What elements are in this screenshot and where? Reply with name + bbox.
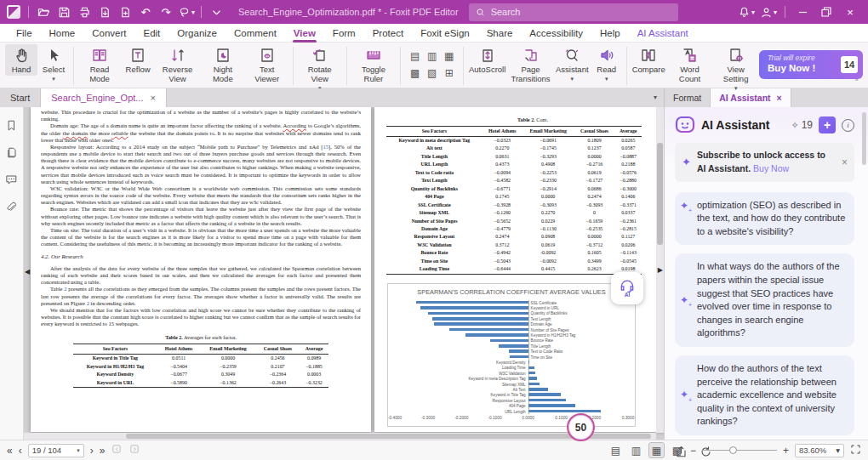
document-paragraph: Table 2. Cont. (383, 116, 664, 123)
view-setting-button[interactable]: View Setting ▾ (712, 44, 759, 92)
read-aloud-button[interactable]: Read ▾ (591, 44, 623, 82)
continuous-facing-view-icon[interactable]: ▩ (408, 65, 422, 80)
export-button[interactable] (94, 3, 115, 21)
reading-progress-badge[interactable]: 50 (567, 413, 595, 441)
export-chat-icon[interactable] (675, 446, 688, 458)
next-page-button[interactable]: › (90, 446, 94, 456)
chart-bar (528, 366, 535, 370)
menu-item-accessibility[interactable]: Accessibility (522, 24, 591, 43)
menu-item-form[interactable]: Form (325, 24, 363, 43)
assistant-button[interactable]: Assistant ▾ (554, 44, 591, 82)
reflow-button[interactable]: Reflow (122, 44, 154, 76)
collapse-toolbar-icon[interactable]: ⌃ (854, 78, 859, 86)
tab-start[interactable]: Start (0, 88, 41, 107)
menu-item-convert[interactable]: Convert (84, 24, 134, 43)
buy-now-link[interactable]: Buy Now (753, 163, 789, 173)
customize-toolbar-button[interactable] (206, 3, 226, 21)
menu-item-file[interactable]: File (9, 24, 40, 43)
close-button[interactable]: × (839, 3, 861, 21)
reverse-view-button[interactable]: Reverse View (154, 44, 201, 85)
reverse-order-icon[interactable]: ▧ (425, 65, 439, 80)
dropdown-caret-icon: ▾ (191, 9, 195, 16)
select-tool-button[interactable]: Select ▾ (37, 44, 70, 82)
text-segment: Table (50, 286, 64, 292)
menu-item-home[interactable]: Home (42, 24, 83, 43)
scrollbar-thumb[interactable] (657, 143, 663, 245)
pages-panel-icon[interactable] (5, 146, 18, 159)
single-page-layout-button[interactable]: ▤ (608, 443, 623, 457)
continuous-layout-button[interactable]: ▥ (629, 443, 643, 457)
trial-buy-now-banner[interactable]: Trial will expire Buy Now ! 14 (759, 50, 863, 79)
menu-item-view[interactable]: View (286, 24, 323, 43)
menu-item-foxit-esign[interactable]: Foxit eSign (413, 24, 477, 43)
facing-layout-button[interactable]: ▦ (649, 443, 664, 457)
previous-page-button[interactable]: ‹ (19, 446, 22, 456)
suggested-question-card[interactable]: ✦+ How do the authors of the text percei… (675, 355, 854, 435)
collapse-sidebar-arrow[interactable]: ◀ (25, 269, 30, 275)
toggle-ruler-button[interactable]: Toggle Ruler (351, 44, 397, 85)
compare-button[interactable]: Compare (631, 44, 667, 76)
menu-item-share[interactable]: Share (479, 24, 521, 43)
menu-item-comment[interactable]: Comment (226, 24, 284, 43)
collapse-panel-arrow[interactable]: ▶ (658, 267, 663, 274)
last-page-button[interactable]: » (100, 446, 106, 456)
chart-category-label: W3C Validation (499, 371, 525, 375)
notifications-button[interactable]: ▾ (736, 3, 757, 21)
panel-scrollbar[interactable] (862, 111, 866, 433)
lasso-tool-button[interactable]: ▾ (176, 3, 197, 21)
new-chat-button[interactable]: + (819, 116, 836, 133)
create-page-button[interactable] (115, 3, 135, 21)
night-mode-button[interactable]: Night Mode (201, 44, 245, 85)
continuous-view-icon[interactable]: ▥ (425, 48, 439, 63)
undo-button[interactable]: ↶ (135, 3, 156, 21)
scrollbar-thumb[interactable] (862, 112, 866, 165)
read-mode-button[interactable]: Read Mode (77, 44, 122, 85)
suggested-question-card[interactable]: ✦+ In what ways do the authors of the pa… (675, 253, 854, 347)
comments-panel-icon[interactable] (5, 173, 18, 186)
restore-button[interactable] (815, 3, 837, 21)
info-icon[interactable]: i (842, 119, 854, 132)
rotate-view-button[interactable]: Rotate View ▾ (297, 44, 343, 92)
attachments-panel-icon[interactable] (5, 201, 18, 213)
account-button[interactable]: ▾ (758, 3, 779, 21)
table-row: Keyword in URL−0.5890−0.1362−0.2643−0.32… (73, 379, 328, 388)
word-count-button[interactable]: Word Count (667, 44, 712, 85)
menu-item-organize[interactable]: Organize (169, 24, 225, 43)
dismiss-banner-icon[interactable]: × (842, 156, 848, 168)
print-button[interactable] (74, 3, 94, 21)
menu-item-help[interactable]: Help (592, 24, 628, 43)
table-cell: 0.4415 (523, 265, 574, 274)
open-file-button[interactable] (33, 3, 54, 21)
document-horizontal-scrollbar[interactable] (24, 433, 656, 440)
slider-knob[interactable] (729, 446, 737, 454)
autoscroll-button[interactable]: AutoScroll (467, 44, 507, 76)
split-view-icon[interactable]: ⊞ (442, 65, 456, 80)
single-page-view-icon[interactable]: ▤ (408, 48, 422, 63)
suggested-question-card[interactable]: ✦+ optimization (SEO) as described in th… (675, 192, 854, 246)
word-count-label: Word Count (671, 65, 709, 84)
hand-tool-button[interactable]: Hand (5, 44, 37, 76)
previous-view-button[interactable] (111, 443, 123, 458)
tab-format[interactable]: Format (665, 88, 711, 107)
minimize-button[interactable] (791, 3, 814, 21)
global-search-input[interactable]: Search (469, 3, 678, 21)
ai-chat-fab[interactable]: AI (611, 272, 643, 304)
zoom-slider[interactable] (702, 446, 777, 456)
save-button[interactable] (54, 3, 74, 21)
menu-item-ai-assistant[interactable]: AI Assistant (630, 24, 696, 43)
text-viewer-button[interactable]: Text Viewer (245, 44, 289, 85)
redo-button[interactable]: ↷ (156, 3, 176, 21)
first-page-button[interactable]: « (7, 446, 13, 456)
next-view-button[interactable] (128, 443, 140, 458)
facing-view-icon[interactable]: ▦ (442, 48, 456, 63)
tab-document[interactable]: Search_Engine_Opt... × (41, 88, 167, 107)
page-number-field[interactable]: 19 / 104 ▾ (28, 444, 84, 457)
page-transitions-button[interactable]: Page Transitions (507, 44, 554, 85)
menu-item-edit[interactable]: Edit (136, 24, 168, 43)
close-panel-tab-icon[interactable]: × (777, 93, 782, 103)
tab-list-chevron-icon[interactable]: ▾ (654, 94, 657, 101)
close-tab-icon[interactable]: × (150, 93, 155, 103)
document-view[interactable]: website. This procedure is crucial for t… (24, 107, 664, 440)
bookmarks-panel-icon[interactable] (5, 119, 18, 132)
menu-item-protect[interactable]: Protect (365, 24, 411, 43)
